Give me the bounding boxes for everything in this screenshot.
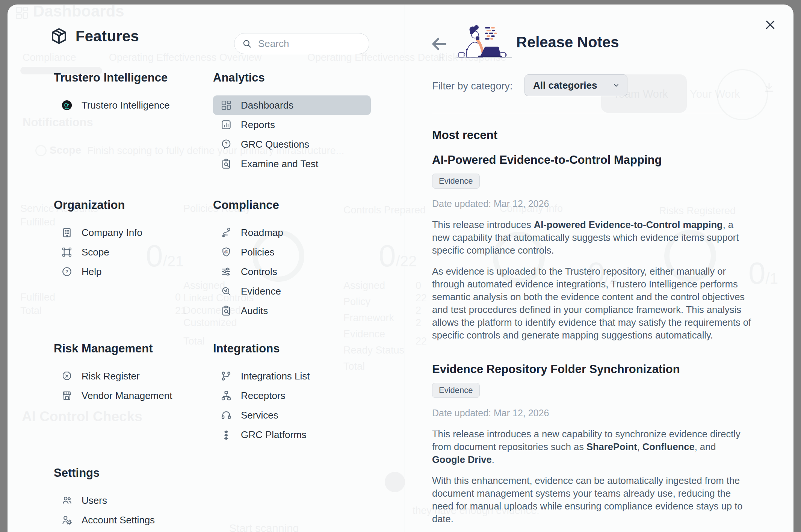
nav-item-grc-platforms[interactable]: GRC Platforms [213,425,371,444]
nav-item-users[interactable]: Users [54,491,212,510]
nav-item-label: Dashboards [241,100,293,111]
nav-item-label: Audits [241,305,268,317]
examine-icon [221,158,232,169]
release-notes-panel: Release Notes Filter by category: All ca… [405,5,793,532]
section-heading-settings: Settings [54,465,212,481]
article-title: AI-Powered Evidence-to-Control Mapping [432,153,751,167]
date-updated: Date updated: Mar 12, 2026 [432,198,751,209]
services-icon [221,410,232,421]
nav-item-label: Scope [82,246,109,258]
receptors-icon [221,390,232,401]
nav-item-receptors[interactable]: Receptors [213,386,371,405]
nav-section-settings: SettingsUsersAccount Settings [54,465,212,530]
scope-icon [61,246,73,258]
features-title: Features [76,28,139,45]
nav-item-services[interactable]: Services [213,405,371,425]
svg-text:?: ? [65,269,68,274]
section-heading-risk: Risk Management [54,341,212,357]
help-icon: ? [61,266,73,277]
nav-item-risk-register[interactable]: Risk Register [54,366,212,386]
nav-section-trustero: Trustero IntelligenceTrustero Intelligen… [54,70,212,115]
nav-item-company-info[interactable]: Company Info [54,223,212,242]
release-notes-list: AI-Powered Evidence-to-Control MappingEv… [432,153,751,532]
nav-item-label: Roadmap [241,227,283,239]
users-icon [61,495,73,506]
nav-item-policies[interactable]: @Policies [213,242,371,262]
release-note-article: Evidence Repository Folder Synchronizati… [432,363,751,525]
date-updated: Date updated: Mar 12, 2026 [432,408,751,419]
back-button[interactable] [431,35,448,53]
section-heading-analytics: Analytics [213,70,371,86]
nav-item-label: Evidence [241,286,281,297]
section-heading-organization: Organization [54,197,212,213]
trustero-avatar-icon [61,100,73,111]
nav-item-label: Account Settings [82,514,155,526]
roadmap-icon [221,227,232,238]
nav-item-trustero-intelligence[interactable]: Trustero Intelligence [54,95,212,115]
svg-text:@: @ [224,249,228,254]
evidence-icon [221,286,232,297]
category-badge: Evidence [432,383,480,398]
nav-item-label: Receptors [241,390,286,402]
nav-item-help[interactable]: ?Help [54,262,212,281]
nav-section-organization: OrganizationCompany InfoScope?Help [54,197,212,281]
nav-item-label: Company Info [82,227,142,239]
audits-icon [221,305,232,316]
close-button[interactable] [763,18,777,32]
nav-item-reports[interactable]: Reports [213,115,371,135]
nav-item-label: Policies [241,246,275,258]
filter-label: Filter by category: [432,80,513,92]
nav-item-label: Reports [241,119,275,131]
nav-item-dashboards[interactable]: Dashboards [213,95,371,115]
nav-item-label: Trustero Intelligence [82,100,170,111]
nav-item-scope[interactable]: Scope [54,242,212,262]
features-panel: Features Trustero IntelligenceTrustero I… [8,5,405,532]
release-notes-illustration [455,20,514,63]
article-paragraph: With this enhancement, evidence can be a… [432,474,751,525]
nav-item-account-settings[interactable]: Account Settings [54,510,212,530]
nav-section-compliance: ComplianceRoadmap@PoliciesControlsEviden… [213,197,371,320]
header-divider [432,113,754,113]
grc-questions-icon: ? [221,139,232,150]
nav-item-label: Controls [241,266,277,278]
article-paragraph: As evidence is uploaded to the Trustero … [432,265,751,342]
nav-item-grc-questions[interactable]: ?GRC Questions [213,135,371,154]
chevron-down-icon [612,81,620,89]
article-title: Evidence Repository Folder Synchronizati… [432,363,751,376]
integrations-list-icon [221,370,232,382]
nav-item-roadmap[interactable]: Roadmap [213,223,371,242]
nav-item-label: Integrations List [241,370,310,382]
features-header: Features [50,27,139,45]
nav-item-label: GRC Questions [241,139,309,150]
section-heading-integrations: Integrations [213,341,371,357]
most-recent-heading: Most recent [432,128,497,142]
category-badge: Evidence [432,174,480,189]
vendor-icon [61,390,73,401]
nav-item-evidence[interactable]: Evidence [213,281,371,301]
nav-section-integrations: IntegrationsIntegrations ListReceptorsSe… [213,341,371,444]
nav-item-audits[interactable]: Audits [213,301,371,320]
search-input[interactable] [257,38,361,50]
nav-item-label: GRC Platforms [241,429,307,441]
nav-item-controls[interactable]: Controls [213,262,371,281]
category-filter-value: All categories [533,80,597,91]
nav-item-vendor-management[interactable]: Vendor Management [54,386,212,405]
risk-register-icon [61,370,73,382]
search-box[interactable] [234,33,369,54]
policies-icon: @ [221,246,232,258]
nav-item-integrations-list[interactable]: Integrations List [213,366,371,386]
category-filter-select[interactable]: All categories [524,74,627,96]
app-root: { "left_panel": { "title": "Features", "… [0,0,801,532]
release-notes-title: Release Notes [516,34,619,51]
article-paragraph: This release introduces a new capability… [432,428,751,466]
section-heading-compliance: Compliance [213,197,371,213]
account-settings-icon [61,514,73,526]
nav-item-label: Vendor Management [82,390,172,402]
nav-item-examine-and-test[interactable]: Examine and Test [213,154,371,174]
nav-item-label: Help [82,266,101,278]
release-note-article: AI-Powered Evidence-to-Control MappingEv… [432,153,751,342]
nav-item-label: Examine and Test [241,158,318,170]
dashboards-icon [221,100,232,111]
search-icon [242,39,252,49]
nav-section-risk: Risk ManagementRisk RegisterVendor Manag… [54,341,212,405]
